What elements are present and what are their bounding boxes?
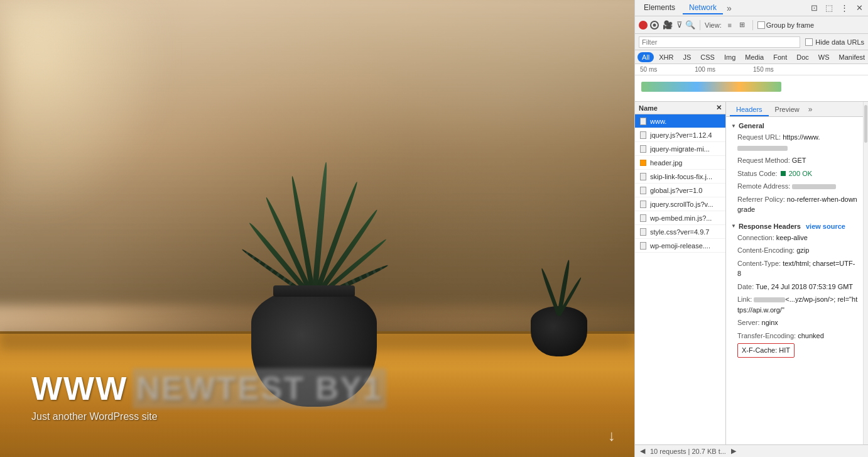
- file-name-global-js: global.js?ver=1.0: [650, 187, 722, 194]
- filter-bar: Hide data URLs: [635, 34, 868, 50]
- group-by-frame: Group by frame: [757, 21, 814, 29]
- file-item-skip-link[interactable]: skip-link-focus-fix.j...: [635, 170, 725, 184]
- details-scrollbar[interactable]: [863, 102, 868, 444]
- server-label: Server:: [737, 319, 759, 326]
- file-item-global-js[interactable]: global.js?ver=1.0: [635, 184, 725, 197]
- devtools-topbar-right: ⊡ ⬚ ⋮ ✕: [808, 2, 865, 14]
- filter-type-css[interactable]: CSS: [696, 52, 719, 62]
- referrer-policy-label: Referrer Policy:: [737, 195, 785, 203]
- status-code-value: 200 OK: [779, 170, 812, 177]
- x-f-cache-row: X-F-Cache: HIT: [731, 342, 858, 359]
- status-code-label: Status Code:: [737, 170, 778, 177]
- timeline-area: 50 ms 100 ms 150 ms: [635, 64, 868, 102]
- scroll-down-arrow[interactable]: ↓: [608, 427, 616, 444]
- timeline-marker-150ms: 150 ms: [753, 66, 774, 73]
- toolbar-separator-2: [752, 20, 753, 30]
- dock-icon[interactable]: ⊡: [808, 2, 820, 14]
- status-scroll-right[interactable]: ▶: [731, 447, 736, 455]
- file-list-pane: Name ✕ www. jquery.js?ver=1.12.4 jquery-…: [635, 102, 726, 444]
- response-headers-title-text: Response Headers: [739, 223, 801, 230]
- tab-elements[interactable]: Elements: [637, 2, 681, 14]
- devtools-close-icon[interactable]: ✕: [853, 2, 865, 14]
- tab-network[interactable]: Network: [683, 2, 723, 14]
- file-icon-js-5: [639, 200, 648, 209]
- filter-type-font[interactable]: Font: [769, 52, 791, 62]
- transfer-encoding-value: chunked: [798, 332, 824, 339]
- filter-type-media[interactable]: Media: [741, 52, 768, 62]
- page-subtitle: Just another WordPress site: [31, 411, 386, 422]
- filter-type-xhr[interactable]: XHR: [654, 52, 678, 62]
- remote-address-value: [792, 182, 836, 190]
- link-value: <...yz/wp-json/>; rel="https://api.w.org…: [737, 295, 857, 314]
- file-list-header-name: Name: [639, 104, 658, 112]
- filter-type-manifest[interactable]: Manifest: [835, 52, 868, 62]
- server-row: Server: nginx: [731, 316, 858, 329]
- status-scroll-left[interactable]: ◀: [640, 447, 645, 455]
- filter-type-img[interactable]: Img: [720, 52, 740, 62]
- plant: [214, 143, 415, 407]
- devtools-panel: Elements Network » ⊡ ⬚ ⋮ ✕ 🎥 ⊽ 🔍 View: ≡…: [634, 0, 868, 457]
- file-item-jquery-migrate[interactable]: jquery-migrate-mi...: [635, 142, 725, 156]
- file-item-jquery[interactable]: jquery.js?ver=1.12.4: [635, 128, 725, 142]
- x-f-cache-value: X-F-Cache: HIT: [737, 346, 795, 354]
- status-text: 10 requests | 20.7 KB t...: [650, 448, 726, 455]
- date-value: Tue, 24 Jul 2018 07:53:19 GMT: [756, 283, 853, 290]
- details-scrollbar-thumb[interactable]: [864, 105, 867, 143]
- request-url-row: Request URL: https://www.: [731, 131, 858, 154]
- server-value: nginx: [762, 319, 778, 326]
- filter-input[interactable]: [639, 36, 800, 48]
- stop-button[interactable]: [650, 21, 659, 30]
- undock-icon[interactable]: ⬚: [823, 2, 835, 14]
- file-name-www: www.: [650, 118, 722, 125]
- filter-type-ws[interactable]: WS: [814, 52, 834, 62]
- filter-icon[interactable]: ⊽: [676, 20, 683, 30]
- plant-leaves: [251, 143, 377, 300]
- bg-light: [0, 0, 188, 251]
- details-tabs: Headers Preview »: [726, 102, 863, 117]
- content-encoding-label: Content-Encoding:: [737, 246, 795, 254]
- screenshot-view-icon[interactable]: ⊞: [737, 19, 748, 31]
- file-name-skip-link: skip-link-focus-fix.j...: [650, 173, 722, 180]
- file-icon-img: [639, 158, 648, 167]
- search-icon[interactable]: 🔍: [685, 20, 695, 30]
- connection-row: Connection: keep-alive: [731, 231, 858, 245]
- more-tabs-icon[interactable]: »: [724, 3, 734, 13]
- hide-data-urls-checkbox[interactable]: [805, 38, 813, 46]
- file-item-wp-emoji[interactable]: wp-emoji-release....: [635, 239, 725, 253]
- x-f-cache-key: X-F-Cache:: [742, 346, 777, 354]
- request-url-label: Request URL:: [737, 133, 781, 141]
- devtools-menu-icon[interactable]: ⋮: [838, 2, 850, 14]
- file-item-header-jpg[interactable]: header.jpg: [635, 156, 725, 170]
- file-icon-js-7: [639, 241, 648, 250]
- file-item-www[interactable]: www.: [635, 114, 725, 128]
- filter-type-doc[interactable]: Doc: [792, 52, 813, 62]
- response-headers-section-title[interactable]: ▼ Response Headers view source: [731, 220, 858, 231]
- detail-tab-preview[interactable]: Preview: [769, 104, 806, 116]
- detail-tab-headers[interactable]: Headers: [730, 104, 769, 116]
- file-list-header: Name ✕: [635, 102, 725, 114]
- file-item-style-css[interactable]: style.css?ver=4.9.7: [635, 225, 725, 239]
- video-icon[interactable]: 🎥: [661, 19, 674, 31]
- close-col-icon[interactable]: ✕: [716, 104, 722, 112]
- general-section-title[interactable]: ▼ General: [731, 119, 858, 131]
- file-name-scrollto: jquery.scrollTo.js?v...: [650, 201, 722, 208]
- detail-more-icon[interactable]: »: [806, 105, 815, 114]
- hide-data-urls-label: Hide data URLs: [815, 38, 864, 46]
- file-item-scrollto[interactable]: jquery.scrollTo.js?v...: [635, 197, 725, 211]
- file-icon-js-2: [639, 145, 648, 153]
- request-method-row: Request Method: GET: [731, 154, 858, 167]
- filter-type-all[interactable]: All: [637, 52, 654, 62]
- filter-type-js[interactable]: JS: [678, 52, 695, 62]
- transfer-encoding-row: Transfer-Encoding: chunked: [731, 329, 858, 343]
- record-button[interactable]: [639, 21, 648, 30]
- date-label: Date:: [737, 283, 754, 290]
- view-icons: ≡ ⊞: [724, 19, 748, 31]
- file-item-wp-embed[interactable]: wp-embed.min.js?...: [635, 211, 725, 225]
- content-encoding-value: gzip: [796, 246, 809, 254]
- group-by-frame-checkbox[interactable]: [757, 21, 765, 29]
- page-title-text: WWW: [31, 370, 127, 407]
- view-source-link[interactable]: view source: [806, 223, 845, 230]
- content-type-row: Content-Type: text/html; charset=UTF-8: [731, 257, 858, 280]
- response-headers-triangle: ▼: [731, 223, 736, 229]
- list-view-icon[interactable]: ≡: [724, 19, 735, 31]
